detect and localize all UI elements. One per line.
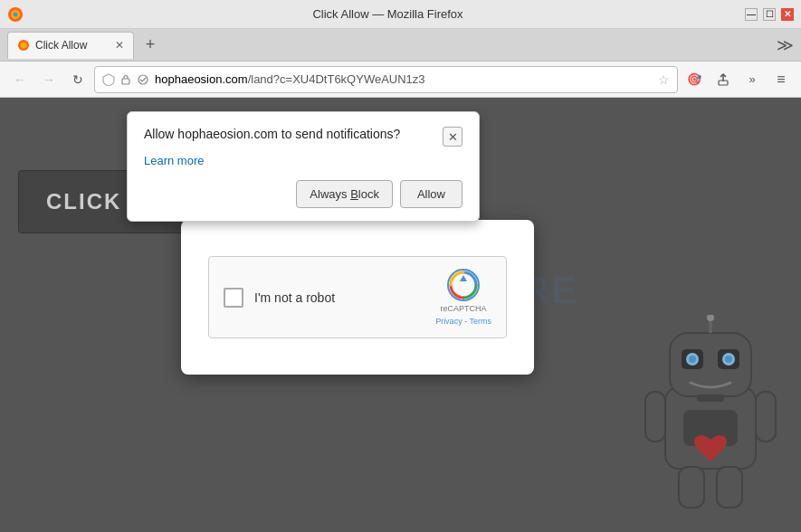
hamburger-menu-button[interactable]: ≡ xyxy=(768,67,794,92)
security-shield-icon xyxy=(102,73,115,86)
recaptcha-logo-icon xyxy=(446,268,481,302)
address-bar[interactable]: hophaeosion.com/land?c=XU4DtT6kQYWeAUN1z… xyxy=(94,66,678,93)
pocket-button[interactable]: 🎯 xyxy=(682,67,707,92)
minimize-button[interactable]: — xyxy=(745,8,758,21)
svg-point-14 xyxy=(689,356,696,363)
always-block-text: Always Block xyxy=(310,187,379,201)
active-tab[interactable]: Click Allow ✕ xyxy=(7,32,134,59)
recaptcha-links: Privacy - Terms xyxy=(435,317,491,328)
allow-button[interactable]: Allow xyxy=(400,180,462,208)
window-title: Click Allow — Mozilla Firefox xyxy=(31,7,745,21)
robot-svg xyxy=(638,315,783,514)
svg-rect-21 xyxy=(756,392,776,442)
svg-point-11 xyxy=(707,315,714,321)
firefox-logo-icon xyxy=(7,6,24,23)
page-content: MYANTISPYWARE .COM CLICK ALLOW TO CONTIN… xyxy=(0,98,801,532)
titlebar: Click Allow — Mozilla Firefox — ☐ ✕ xyxy=(0,0,801,29)
recaptcha-privacy-link[interactable]: Privacy xyxy=(435,317,462,326)
window-controls: — ☐ ✕ xyxy=(745,8,794,21)
tab-close-icon[interactable]: ✕ xyxy=(115,39,124,52)
new-tab-button[interactable]: + xyxy=(138,33,163,58)
tabbar: Click Allow ✕ + ≫ xyxy=(0,29,801,62)
notification-question-text: Allow hophaeosion.com to send notificati… xyxy=(144,127,443,141)
svg-rect-23 xyxy=(717,467,742,508)
tab-favicon-icon xyxy=(17,39,30,52)
robot-character xyxy=(638,315,783,514)
always-block-underline-b: B xyxy=(350,187,358,201)
url-domain: hophaeosion.com xyxy=(155,72,248,86)
nav-extras: 🎯 » ≡ xyxy=(682,67,794,92)
notification-popup: Allow hophaeosion.com to send notificati… xyxy=(127,111,480,222)
notification-close-button[interactable]: ✕ xyxy=(443,127,462,147)
svg-rect-22 xyxy=(679,467,704,508)
svg-point-24 xyxy=(448,270,479,300)
forward-button[interactable]: → xyxy=(36,67,62,92)
share-icon xyxy=(716,72,730,87)
svg-point-17 xyxy=(725,356,732,363)
back-button[interactable]: ← xyxy=(7,67,33,92)
refresh-button[interactable]: ↻ xyxy=(65,67,91,92)
captcha-right: reCAPTCHA Privacy - Terms xyxy=(435,268,491,327)
bookmark-icon[interactable]: ☆ xyxy=(658,72,670,87)
more-tools-button[interactable]: » xyxy=(739,67,765,92)
url-path: /land?c=XU4DtT6kQYWeAUN1z3 xyxy=(248,72,425,86)
notification-buttons: Always Block Allow xyxy=(144,180,462,208)
tab-label: Click Allow xyxy=(35,39,87,52)
svg-marker-25 xyxy=(460,275,467,281)
svg-rect-18 xyxy=(697,394,724,402)
notification-popup-header: Allow hophaeosion.com to send notificati… xyxy=(144,127,462,147)
tab-overflow-button[interactable]: ≫ xyxy=(777,35,794,55)
captcha-checkbox[interactable] xyxy=(224,288,243,308)
close-button[interactable]: ✕ xyxy=(781,8,794,21)
learn-more-link[interactable]: Learn more xyxy=(144,154,462,167)
svg-point-4 xyxy=(21,43,27,49)
svg-rect-5 xyxy=(122,79,129,84)
svg-rect-20 xyxy=(645,392,665,442)
url-display: hophaeosion.com/land?c=XU4DtT6kQYWeAUN1z… xyxy=(155,72,653,86)
navbar: ← → ↻ hophaeosion.com/land?c=XU4DtT6kQYW… xyxy=(0,62,801,98)
share-button[interactable] xyxy=(710,67,736,92)
recaptcha-terms-link[interactable]: Terms xyxy=(470,317,492,326)
captcha-left: I'm not a robot xyxy=(224,288,335,308)
lock-icon xyxy=(120,74,131,85)
captcha-label-text: I'm not a robot xyxy=(254,290,335,305)
recaptcha-brand-label: reCAPTCHA xyxy=(441,304,487,315)
captcha-widget: I'm not a robot reCAPTCHA Privacy - xyxy=(208,256,507,338)
always-block-button[interactable]: Always Block xyxy=(296,180,393,208)
captcha-popup: I'm not a robot reCAPTCHA Privacy - xyxy=(181,220,534,375)
maximize-button[interactable]: ☐ xyxy=(763,8,776,21)
svg-point-6 xyxy=(138,75,148,84)
svg-point-2 xyxy=(14,12,18,16)
tracker-protection-icon xyxy=(137,73,149,86)
